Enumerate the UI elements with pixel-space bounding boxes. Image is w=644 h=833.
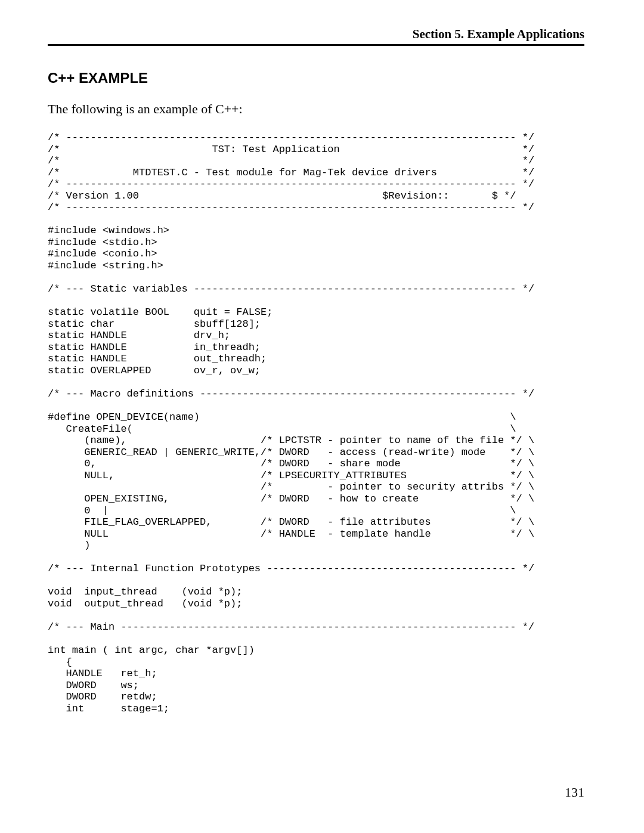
page-number: 131 [565, 785, 584, 800]
code-listing: /* -------------------------------------… [48, 132, 584, 714]
page-title: C++ EXAMPLE [48, 70, 584, 86]
intro-text: The following is an example of C++: [48, 101, 584, 117]
section-header: Section 5. Example Applications [48, 27, 584, 46]
page: Section 5. Example Applications C++ EXAM… [0, 0, 644, 833]
